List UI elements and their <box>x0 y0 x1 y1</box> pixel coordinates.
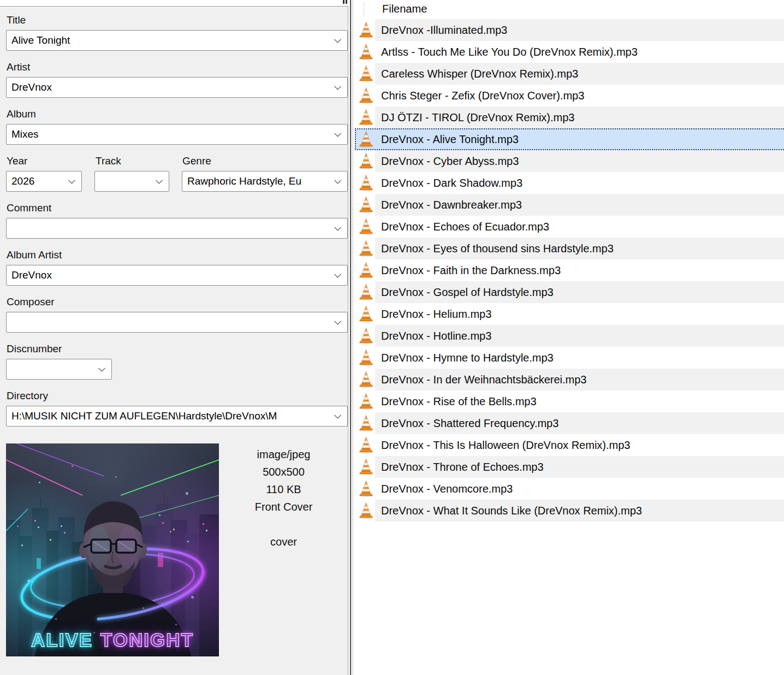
vlc-cone-icon <box>359 436 373 453</box>
art-title-word2: TONIGHT <box>100 629 194 651</box>
file-row[interactable]: Artlss - Touch Me Like You Do (DreVnox R… <box>353 41 784 63</box>
directory-combobox[interactable]: H:\MUSIK NICHT ZUM AUFLEGEN\Hardstyle\Dr… <box>6 406 348 427</box>
track-label: Track <box>96 154 121 168</box>
file-row[interactable]: DreVnox - Dark Shadow.mp3 <box>353 172 784 194</box>
filename-label: DreVnox - In der Weihnachtsbäckerei.mp3 <box>381 369 586 390</box>
vlc-cone-icon <box>359 65 373 82</box>
vlc-cone-icon <box>359 458 373 475</box>
filename-label: Artlss - Touch Me Like You Do (DreVnox R… <box>381 41 638 63</box>
artist-combobox[interactable]: DreVnox <box>6 77 348 98</box>
panel-splitter[interactable] <box>350 0 351 675</box>
file-row[interactable]: DreVnox - Faith in the Darkness.mp3 <box>353 259 784 281</box>
art-title-word1: ALIVE <box>31 629 93 651</box>
genre-value: Rawphoric Hardstyle, Eu <box>187 175 301 187</box>
title-combobox[interactable]: Alive Tonight <box>6 30 348 51</box>
vlc-cone-icon <box>359 21 373 38</box>
filename-label: DreVnox - Helium.mp3 <box>381 303 491 325</box>
file-row[interactable]: DreVnox - Cyber Abyss.mp3 <box>353 150 784 172</box>
filename-label: DreVnox - Gospel of Hardstyle.mp3 <box>381 281 554 303</box>
cover-mime: image/jpeg <box>219 446 348 463</box>
vlc-cone-icon <box>359 87 373 104</box>
art-figure <box>6 443 219 656</box>
artist-label: Artist <box>7 60 30 74</box>
file-row[interactable]: Chris Steger - Zefix (DreVnox Cover).mp3 <box>353 85 784 106</box>
vlc-cone-icon <box>359 218 373 235</box>
album-combobox[interactable]: Mixes <box>6 124 348 145</box>
splitter-grip[interactable] <box>343 0 347 4</box>
album-artist-combobox[interactable]: DreVnox <box>6 265 348 286</box>
cover-kind: Front Cover <box>219 498 348 516</box>
album-art[interactable]: ALIVE TONIGHT <box>6 443 219 656</box>
vlc-cone-icon <box>359 262 373 279</box>
title-value: Alive Tonight <box>11 34 70 46</box>
file-row[interactable]: DreVnox -Illuminated.mp3 <box>353 19 784 41</box>
file-row[interactable]: DreVnox - Echoes of Ecuador.mp3 <box>353 216 784 238</box>
album-artist-value: DreVnox <box>11 269 52 281</box>
file-row[interactable]: DreVnox - Gospel of Hardstyle.mp3 <box>353 281 784 303</box>
filename-label: DreVnox - Rise of the Bells.mp3 <box>381 390 537 412</box>
discnumber-label: Discnumber <box>7 342 62 356</box>
tag-editor-panel: Title Alive Tonight Artist DreVnox Album… <box>0 0 348 675</box>
file-row[interactable]: DreVnox - In der Weihnachtsbäckerei.mp3 <box>353 369 784 390</box>
year-label: Year <box>7 154 27 168</box>
file-row[interactable]: DreVnox - Dawnbreaker.mp3 <box>353 194 784 216</box>
file-row[interactable]: DreVnox - Hotline.mp3 <box>353 325 784 347</box>
vlc-cone-icon <box>359 152 373 169</box>
file-row[interactable]: DreVnox - Alive Tonight.mp3 <box>353 128 784 150</box>
file-row[interactable]: DreVnox - Hymne to Hardstyle.mp3 <box>353 347 784 369</box>
panel-gap-line <box>353 0 353 675</box>
filename-label: DreVnox - Cyber Abyss.mp3 <box>381 150 519 172</box>
file-row[interactable]: DreVnox - Shattered Frequency.mp3 <box>353 412 784 434</box>
discnumber-combobox[interactable] <box>6 359 112 380</box>
year-combobox[interactable]: 2026 <box>6 171 82 192</box>
cover-tag-field: cover <box>219 533 348 550</box>
file-row[interactable]: DreVnox - This Is Halloween (DreVnox Rem… <box>353 434 784 456</box>
filename-column-header[interactable]: Filename <box>353 0 784 19</box>
filename-label: DreVnox - What It Sounds Like (DreVnox R… <box>381 500 642 522</box>
file-row[interactable]: DreVnox - Rise of the Bells.mp3 <box>353 390 784 412</box>
vlc-cone-icon <box>359 349 373 366</box>
comment-combobox[interactable] <box>6 218 348 239</box>
file-row[interactable]: DJ ÖTZI - TIROL (DreVnox Remix).mp3 <box>353 106 784 128</box>
filename-label: DreVnox - Dawnbreaker.mp3 <box>381 194 522 216</box>
vlc-cone-icon <box>359 174 373 191</box>
vlc-cone-icon <box>359 43 373 60</box>
filename-label: DreVnox -Illuminated.mp3 <box>381 19 507 41</box>
cover-info: image/jpeg 500x500 110 KB Front Cover co… <box>219 446 348 550</box>
vlc-cone-icon <box>359 305 373 322</box>
file-row[interactable]: DreVnox - Helium.mp3 <box>353 303 784 325</box>
file-row[interactable]: DreVnox - Venomcore.mp3 <box>353 478 784 500</box>
vlc-cone-icon <box>359 415 373 431</box>
vlc-cone-icon <box>359 109 373 126</box>
year-value: 2026 <box>11 175 34 187</box>
filename-label: DreVnox - Hotline.mp3 <box>381 325 491 347</box>
filename-label: DreVnox - Venomcore.mp3 <box>381 478 513 500</box>
vlc-cone-icon <box>359 393 373 410</box>
file-row[interactable]: Careless Whisper (DreVnox Remix).mp3 <box>353 63 784 85</box>
filename-label: Chris Steger - Zefix (DreVnox Cover).mp3 <box>381 85 584 106</box>
filename-label: DreVnox - Eyes of thousend sins Hardstyl… <box>381 238 614 259</box>
filename-label: DreVnox - Echoes of Ecuador.mp3 <box>381 216 549 238</box>
filename-label: DreVnox - Throne of Echoes.mp3 <box>381 456 544 478</box>
genre-combobox[interactable]: Rawphoric Hardstyle, Eu <box>182 171 348 192</box>
cover-dimensions: 500x500 <box>219 463 348 481</box>
filename-label: DJ ÖTZI - TIROL (DreVnox Remix).mp3 <box>381 106 575 128</box>
filename-label: DreVnox - Alive Tonight.mp3 <box>381 128 519 150</box>
directory-label: Directory <box>7 389 48 403</box>
file-row[interactable]: DreVnox - Throne of Echoes.mp3 <box>353 456 784 478</box>
column-divider[interactable] <box>364 2 364 17</box>
album-value: Mixes <box>11 128 39 140</box>
composer-combobox[interactable] <box>6 312 348 333</box>
filename-label: DreVnox - Dark Shadow.mp3 <box>381 172 522 194</box>
art-title: ALIVE TONIGHT <box>6 629 219 651</box>
vlc-cone-icon <box>359 327 373 344</box>
file-list: Filename DreVnox -Illuminated.mp3Artlss … <box>353 0 784 675</box>
album-label: Album <box>7 107 36 121</box>
vlc-cone-icon <box>359 196 373 213</box>
composer-label: Composer <box>7 295 55 309</box>
file-row[interactable]: DreVnox - Eyes of thousend sins Hardstyl… <box>353 238 784 259</box>
file-row[interactable]: DreVnox - What It Sounds Like (DreVnox R… <box>353 500 784 522</box>
cover-size: 110 KB <box>219 481 348 498</box>
vlc-cone-icon <box>359 371 373 388</box>
track-combobox[interactable] <box>94 171 169 192</box>
